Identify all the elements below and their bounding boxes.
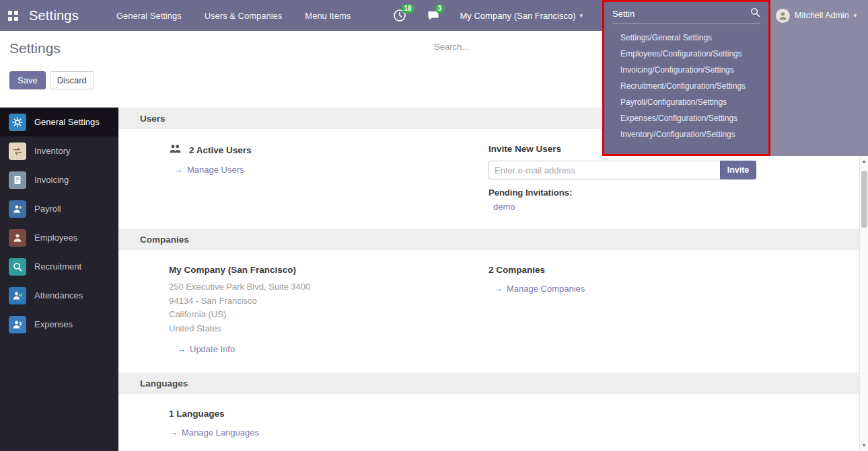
odoo-settings-screen: Settings General Settings Users & Compan… [0, 0, 868, 451]
search-result-item[interactable]: Invoicing/Configuration/Settings [604, 62, 768, 78]
search-result-item[interactable]: Inventory/Configuration/Settings [604, 126, 768, 142]
sidebar-item-label: General Settings [34, 117, 100, 127]
sidebar-item-payroll[interactable]: Payroll [0, 194, 118, 223]
languages-section: 1 Languages → Manage Languages [118, 394, 859, 438]
address-line: 94134 - San Francisco [169, 294, 489, 309]
discard-button[interactable]: Discard [50, 71, 94, 89]
sidebar-item-label: Attendances [34, 290, 83, 300]
update-info-link[interactable]: → Update Info [169, 344, 489, 354]
sidebar-item-general-settings[interactable]: General Settings [0, 108, 118, 136]
search-result-item[interactable]: Settings/General Settings [604, 30, 768, 46]
arrow-right-icon: → [174, 165, 183, 175]
scroll-down-icon[interactable]: ▼ [862, 440, 867, 451]
languages-left-col: 1 Languages → Manage Languages [118, 394, 489, 438]
search-icon[interactable] [750, 7, 760, 19]
menu-general-settings[interactable]: General Settings [116, 11, 182, 21]
sidebar-item-label: Expenses [34, 319, 73, 329]
search-records-input[interactable] [434, 42, 589, 52]
messages-chat-icon[interactable]: 3 [427, 9, 440, 22]
invoice-icon [9, 171, 26, 189]
search-result-item[interactable]: Expenses/Configuration/Settings [604, 110, 768, 126]
invite-email-input[interactable] [489, 161, 720, 179]
active-users-count: 2 Active Users [189, 145, 252, 155]
manage-companies-link[interactable]: → Manage Companies [489, 284, 859, 294]
sidebar-item-attendances[interactable]: Attendances [0, 281, 118, 310]
avatar [776, 9, 790, 23]
sidebar-item-expenses[interactable]: $ Expenses [0, 310, 118, 339]
section-heading-companies: Companies [118, 229, 859, 250]
companies-section: My Company (San Francisco) 250 Executive… [118, 250, 859, 372]
search-result-item[interactable]: Recruitment/Configuration/Settings [604, 78, 768, 94]
menu-search-input[interactable] [612, 9, 750, 19]
arrow-right-icon: → [177, 344, 186, 354]
active-users-line: 2 Active Users [169, 144, 489, 156]
sidebar-item-inventory[interactable]: Inventory [0, 136, 118, 165]
users-left-col: 2 Active Users → Manage Users [118, 129, 489, 229]
company-name: My Company (San Francisco) [169, 265, 489, 275]
user-name: Mitchell Admin [795, 11, 849, 20]
pending-user-link[interactable]: demo [489, 202, 859, 212]
sidebar-item-label: Inventory [34, 146, 70, 156]
menu-search-row [612, 7, 760, 24]
save-button[interactable]: Save [9, 71, 46, 89]
svg-text:$: $ [19, 321, 22, 327]
sidebar-item-label: Employees [34, 233, 77, 243]
topbar-nav: General Settings Users & Companies Menu … [116, 11, 351, 21]
payroll-icon [9, 200, 26, 218]
arrow-right-icon: → [494, 284, 503, 294]
expenses-icon: $ [9, 316, 26, 333]
user-menu[interactable]: Mitchell Admin ▾ [770, 0, 868, 31]
address-line: California (US) [169, 308, 489, 322]
languages-right-col [489, 394, 859, 438]
arrow-right-icon: → [169, 427, 178, 438]
manage-users-link[interactable]: → Manage Users [169, 165, 489, 175]
menu-menu-items[interactable]: Menu Items [305, 11, 351, 21]
pending-invitations-label: Pending Invitations: [489, 188, 859, 198]
companies-left-col: My Company (San Francisco) 250 Executive… [118, 250, 489, 372]
chevron-down-icon: ▾ [854, 12, 857, 19]
messages-badge: 3 [435, 4, 445, 13]
sidebar-item-label: Recruitment [34, 261, 81, 272]
scroll-up-icon[interactable]: ▲ [862, 156, 867, 167]
attendance-icon [9, 287, 26, 304]
scrollbar-thumb[interactable] [861, 171, 867, 228]
systray: 18 3 My Company (San Francisco) ▾ [393, 9, 583, 22]
companies-count: 2 Companies [489, 265, 859, 275]
search-result-item[interactable]: Payroll/Configuration/Settings [604, 94, 768, 110]
sidebar-item-label: Payroll [34, 204, 61, 214]
search-result-item[interactable]: Employees/Configuration/Settings [604, 46, 768, 62]
settings-content: Users 2 Active Users → Manage Users Invi… [118, 108, 859, 451]
vertical-scrollbar[interactable]: ▲ ▼ [859, 156, 868, 451]
sidebar-item-employees[interactable]: Employees [0, 223, 118, 252]
page-title: Settings [9, 40, 61, 56]
address-line: 250 Executive Park Blvd, Suite 3400 [169, 280, 489, 294]
apps-grid-icon[interactable] [8, 11, 18, 21]
sidebar-item-label: Invoicing [34, 175, 69, 185]
sidebar-item-invoicing[interactable]: Invoicing [0, 165, 118, 194]
inventory-icon [9, 142, 26, 160]
section-heading-languages: Languages [118, 372, 859, 394]
company-address: 250 Executive Park Blvd, Suite 3400 9413… [169, 280, 489, 335]
users-group-icon [169, 144, 183, 156]
control-panel-buttons: Save Discard [9, 71, 94, 89]
settings-sidebar: General Settings Inventory Invoicing Pay… [0, 108, 118, 451]
sidebar-item-recruitment[interactable]: Recruitment [0, 252, 118, 281]
recruitment-icon [9, 258, 26, 276]
gear-icon [9, 114, 26, 131]
address-line: United States [169, 322, 489, 336]
activity-badge: 18 [402, 4, 414, 13]
menu-users-companies[interactable]: Users & Companies [205, 11, 283, 21]
invite-button[interactable]: Invite [720, 161, 756, 179]
invite-input-group: Invite [489, 161, 859, 179]
languages-count: 1 Languages [169, 409, 489, 419]
user-menu-panel: Mitchell Admin ▾ [770, 0, 868, 156]
app-title[interactable]: Settings [29, 8, 79, 24]
company-switcher[interactable]: My Company (San Francisco) ▾ [460, 11, 583, 21]
chevron-down-icon: ▾ [579, 12, 583, 19]
companies-right-col: 2 Companies → Manage Companies [489, 250, 859, 372]
manage-languages-link[interactable]: → Manage Languages [169, 427, 489, 438]
employees-icon [9, 229, 26, 247]
activity-clock-icon[interactable]: 18 [393, 9, 406, 22]
menu-search-results: Settings/General Settings Employees/Conf… [604, 30, 768, 142]
menu-search-dropdown: Settings/General Settings Employees/Conf… [602, 0, 770, 156]
